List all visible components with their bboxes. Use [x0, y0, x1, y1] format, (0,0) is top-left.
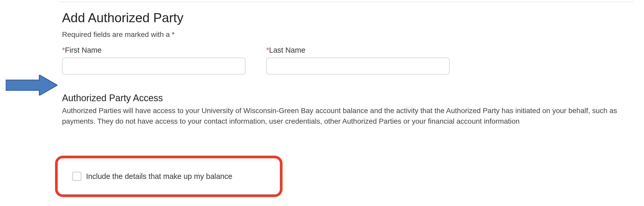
required-fields-note: Required fields are marked with a * [62, 30, 631, 39]
last-name-label-text: Last Name [269, 46, 305, 54]
top-divider [59, 2, 634, 2]
form-content: Add Authorized Party Required fields are… [62, 10, 631, 126]
page-title: Add Authorized Party [62, 10, 631, 25]
required-asterisk: * [266, 46, 269, 54]
include-details-row: Include the details that make up my bala… [72, 172, 232, 181]
access-section-description: Authorized Parties will have access to y… [62, 106, 631, 126]
pointer-arrow-icon [6, 75, 57, 96]
svg-marker-0 [6, 75, 57, 96]
first-name-label-text: First Name [65, 46, 102, 54]
first-name-input[interactable] [62, 58, 246, 75]
first-name-label: *First Name [62, 46, 246, 54]
checkbox-highlight-box: Include the details that make up my bala… [55, 156, 282, 197]
include-details-checkbox[interactable] [72, 172, 81, 181]
required-asterisk: * [62, 46, 65, 54]
name-fields-row: *First Name *Last Name [62, 46, 631, 75]
access-section-title: Authorized Party Access [62, 93, 631, 104]
include-details-label: Include the details that make up my bala… [86, 172, 232, 181]
last-name-input[interactable] [266, 58, 450, 75]
last-name-group: *Last Name [266, 46, 450, 75]
last-name-label: *Last Name [266, 46, 450, 54]
first-name-group: *First Name [62, 46, 246, 75]
